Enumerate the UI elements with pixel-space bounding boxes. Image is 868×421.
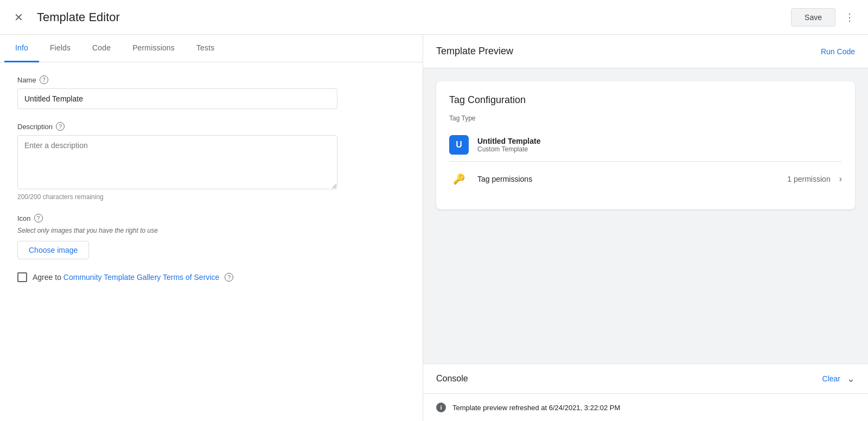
name-input[interactable] xyxy=(17,88,337,109)
tag-info: Untitled Template Custom Template xyxy=(477,137,842,153)
console-section: Console Clear ⌄ i Template preview refre… xyxy=(423,363,868,421)
template-preview-title: Template Preview xyxy=(436,46,513,57)
tab-tests[interactable]: Tests xyxy=(186,35,225,62)
header-left: ✕ Template Editor xyxy=(9,8,120,27)
tab-code[interactable]: Code xyxy=(81,35,122,62)
tos-row: Agree to Community Template Gallery Term… xyxy=(17,272,405,282)
tag-config-title: Tag Configuration xyxy=(449,94,842,106)
more-options-button[interactable]: ⋮ xyxy=(840,8,859,27)
name-field-group: Name ? xyxy=(17,75,405,109)
collapse-console-button[interactable]: ⌄ xyxy=(847,373,855,385)
description-field-group: Description ? 200/200 characters remaini… xyxy=(17,122,405,201)
main-layout: Info Fields Code Permissions Tests Name … xyxy=(0,35,868,421)
description-label: Description ? xyxy=(17,122,405,131)
tab-bar: Info Fields Code Permissions Tests xyxy=(0,35,423,62)
left-panel: Info Fields Code Permissions Tests Name … xyxy=(0,35,423,421)
console-header: Console Clear ⌄ xyxy=(423,364,868,394)
choose-image-button[interactable]: Choose image xyxy=(17,241,89,259)
name-label: Name ? xyxy=(17,75,405,84)
tag-type-row: U Untitled Template Custom Template xyxy=(449,129,842,162)
tag-type-icon: U xyxy=(449,135,469,155)
tag-name: Untitled Template xyxy=(477,137,842,145)
header-right: Save ⋮ xyxy=(791,8,859,27)
run-code-button[interactable]: Run Code xyxy=(821,47,855,56)
console-title: Console xyxy=(436,374,468,384)
chevron-right-icon: › xyxy=(839,174,842,184)
permissions-label: Tag permissions xyxy=(477,175,778,183)
left-content: Name ? Description ? 200/200 characters … xyxy=(0,62,423,421)
permissions-count: 1 permission xyxy=(787,175,830,183)
name-help-icon[interactable]: ? xyxy=(40,75,48,84)
console-text: Template preview refreshed at 6/24/2021,… xyxy=(452,404,620,412)
page-title: Template Editor xyxy=(37,10,120,24)
tos-text: Agree to Community Template Gallery Term… xyxy=(33,273,219,282)
console-message: i Template preview refreshed at 6/24/202… xyxy=(436,403,855,412)
app-header: ✕ Template Editor Save ⋮ xyxy=(0,0,868,35)
close-icon: ✕ xyxy=(14,11,23,24)
tab-permissions[interactable]: Permissions xyxy=(122,35,186,62)
tos-help-icon[interactable]: ? xyxy=(225,273,233,282)
icon-hint: Select only images that you have the rig… xyxy=(17,227,405,234)
console-info-icon: i xyxy=(436,403,446,412)
icon-help-icon[interactable]: ? xyxy=(34,214,43,222)
right-header: Template Preview Run Code xyxy=(423,35,868,68)
tag-type-label: Tag Type xyxy=(449,114,842,122)
right-panel: Template Preview Run Code Tag Configurat… xyxy=(423,35,868,421)
console-actions: Clear ⌄ xyxy=(822,373,855,385)
right-content: Tag Configuration Tag Type U Untitled Te… xyxy=(423,68,868,363)
save-button[interactable]: Save xyxy=(791,8,835,27)
permissions-row[interactable]: 🔑 Tag permissions 1 permission › xyxy=(449,162,842,196)
clear-button[interactable]: Clear xyxy=(822,374,840,383)
description-input[interactable] xyxy=(17,135,337,189)
key-icon: 🔑 xyxy=(449,169,469,189)
char-count: 200/200 characters remaining xyxy=(17,193,405,201)
tag-subtitle: Custom Template xyxy=(477,145,842,153)
icon-field-group: Icon ? Select only images that you have … xyxy=(17,214,405,259)
icon-label: Icon ? xyxy=(17,214,405,222)
tab-info[interactable]: Info xyxy=(4,35,39,62)
description-help-icon[interactable]: ? xyxy=(56,122,65,131)
tos-checkbox[interactable] xyxy=(17,272,27,282)
tag-config-card: Tag Configuration Tag Type U Untitled Te… xyxy=(436,81,855,209)
tos-link[interactable]: Community Template Gallery Terms of Serv… xyxy=(63,273,219,282)
close-button[interactable]: ✕ xyxy=(9,8,28,27)
console-body: i Template preview refreshed at 6/24/202… xyxy=(423,394,868,421)
tab-fields[interactable]: Fields xyxy=(39,35,81,62)
